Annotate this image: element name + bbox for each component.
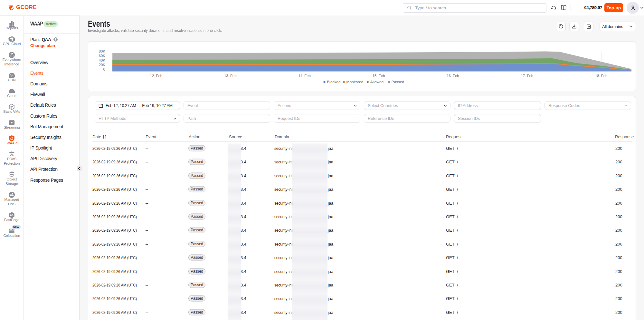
svg-text:18. Feb: 18. Feb: [595, 74, 607, 78]
svg-text:13. Feb: 13. Feb: [224, 74, 236, 78]
svg-text:14. Feb: 14. Feb: [298, 74, 310, 78]
svg-text:0: 0: [103, 67, 105, 71]
svg-text:12. Feb: 12. Feb: [150, 74, 162, 78]
svg-text:Allowed: Allowed: [370, 80, 384, 84]
svg-text:15. Feb: 15. Feb: [373, 74, 385, 78]
svg-text:Passed: Passed: [392, 80, 404, 84]
svg-text:60K: 60K: [99, 54, 106, 58]
svg-text:80K: 80K: [99, 49, 106, 53]
svg-text:16. Feb: 16. Feb: [447, 74, 459, 78]
svg-text:20K: 20K: [99, 63, 106, 67]
svg-text:40K: 40K: [99, 58, 106, 62]
svg-text:Monitored: Monitored: [346, 80, 364, 84]
svg-text:17. Feb: 17. Feb: [521, 74, 533, 78]
svg-text:Blocked: Blocked: [327, 80, 340, 84]
